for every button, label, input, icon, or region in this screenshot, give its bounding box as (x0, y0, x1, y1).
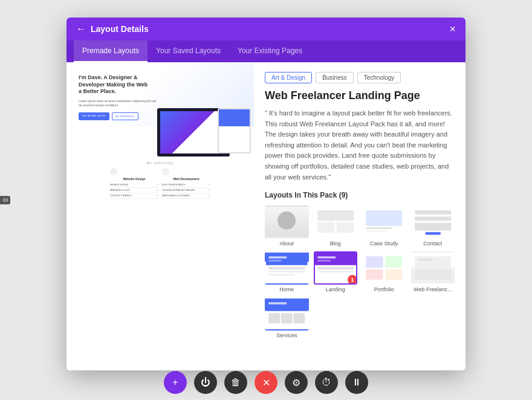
thumb-blog-img (314, 205, 358, 239)
thumb-case-study[interactable]: Case Study (362, 205, 406, 247)
service-row: WEBSITE DESIGN✓ (110, 182, 158, 188)
svg-rect-20 (315, 254, 357, 265)
svg-rect-4 (317, 210, 354, 221)
thumb-web-freelance-label: Web Freelanc... (411, 286, 455, 292)
thumb-about[interactable]: About (265, 205, 309, 247)
hero-cta-button: GET A FREE QUOTE (79, 112, 109, 120)
svg-rect-18 (268, 271, 305, 273)
svg-rect-28 (385, 269, 402, 280)
svg-rect-24 (317, 271, 354, 273)
svg-rect-17 (268, 267, 305, 269)
services-grid: Website Design WEBSITE DESIGN✓ BRANDING … (76, 168, 245, 199)
svg-rect-30 (417, 259, 433, 261)
thumb-services[interactable]: Services (265, 297, 309, 338)
svg-rect-26 (385, 256, 402, 268)
thumb-services-label: Services (265, 332, 309, 338)
tag-technology[interactable]: Technology (357, 72, 401, 83)
service-icon-2 (162, 168, 169, 175)
back-icon[interactable]: ← (76, 24, 86, 34)
power-button[interactable]: ⏻ (194, 371, 217, 394)
svg-rect-35 (268, 313, 280, 323)
svg-rect-27 (366, 269, 383, 280)
service-item-2: Web Development BUILT FROM SCRATCH✓ CHOO… (162, 168, 210, 199)
svg-rect-19 (268, 274, 294, 276)
thumb-case-study-img (362, 205, 406, 239)
service-row: CONTENT STRATEGY✓ (110, 193, 158, 199)
hero-heading: I'm Dave. A Designer & Developer Making … (79, 74, 151, 95)
monitor-screen (160, 111, 227, 153)
service-row: CHOOSE A PREMIUM TEMPLATE✓ (162, 188, 210, 193)
close-toolbar-button[interactable]: ✕ (255, 371, 277, 394)
svg-rect-12 (415, 223, 451, 231)
layout-details-modal: ← Layout Details × Premade Layouts Your … (66, 18, 465, 370)
thumb-home-label: Home (265, 286, 309, 292)
tag-art-design[interactable]: Art & Design (265, 72, 312, 83)
service-list-1: WEBSITE DESIGN✓ BRANDING & LOGO✓ CONTENT… (110, 182, 158, 199)
settings-button[interactable]: ⚙ (285, 371, 308, 394)
service-title-2: Web Development (162, 177, 210, 181)
svg-rect-33 (266, 300, 308, 311)
header-left: ← Layout Details (76, 24, 149, 34)
layout-description: " It's hard to imagine a layout pack bet… (265, 108, 455, 182)
svg-rect-37 (293, 313, 305, 323)
tab-premade-layouts[interactable]: Premade Layouts (74, 40, 148, 62)
svg-rect-7 (366, 210, 402, 226)
side-indicator[interactable]: 0 (0, 196, 10, 204)
service-list-2: BUILT FROM SCRATCH✓ CHOOSE A PREMIUM TEM… (162, 182, 210, 199)
history-button[interactable]: ⏱ (315, 371, 338, 394)
svg-rect-8 (366, 228, 392, 230)
thumb-blog-label: Blog (314, 240, 358, 247)
thumb-home[interactable]: Home (265, 251, 309, 292)
svg-rect-15 (268, 256, 287, 258)
thumb-services-img (265, 297, 309, 331)
thumb-portfolio[interactable]: Portfolio (362, 251, 406, 292)
tablet-device (218, 108, 251, 153)
hero-subtext: Lorem ipsum dolor sit amet consectetur a… (79, 99, 157, 108)
thumb-about-img (265, 205, 309, 239)
svg-rect-32 (415, 269, 451, 280)
page-preview: I'm Dave. A Designer & Developer Making … (66, 62, 254, 370)
service-item-1: Website Design WEBSITE DESIGN✓ BRANDING … (110, 168, 158, 199)
layouts-in-pack-label: Layouts In This Pack (9) (265, 191, 455, 199)
thumb-web-freelance[interactable]: Web Freelanc... (411, 251, 455, 292)
services-section: MY SERVICES Website Design WEBSITE DESIG… (66, 156, 254, 204)
thumb-home-img (265, 251, 309, 285)
thumb-contact-label: Contact (411, 240, 455, 247)
modal-tabs: Premade Layouts Your Saved Layouts Your … (66, 40, 465, 62)
service-row: MAINTENANCE & UPDATES✓ (162, 193, 210, 199)
svg-rect-25 (366, 256, 383, 268)
thumb-case-study-label: Case Study (362, 240, 406, 247)
thumb-landing-label: Landing (314, 286, 358, 292)
thumb-portfolio-label: Portfolio (362, 286, 406, 292)
service-icon-1 (110, 168, 117, 175)
hero-portfolio-button: MY PORTFOLIO (112, 112, 138, 120)
close-icon[interactable]: × (449, 24, 456, 34)
thumb-web-freelance-img (411, 251, 455, 285)
svg-rect-5 (317, 222, 334, 233)
modal-title: Layout Details (91, 24, 149, 34)
tag-business[interactable]: Business (316, 72, 354, 83)
svg-rect-11 (415, 217, 451, 221)
service-title-1: Website Design (110, 177, 158, 181)
svg-rect-31 (417, 262, 427, 263)
preview-panel: I'm Dave. A Designer & Developer Making … (66, 62, 254, 370)
svg-rect-16 (268, 260, 281, 262)
pause-button[interactable]: ⏸ (345, 371, 368, 394)
svg-rect-9 (366, 231, 386, 232)
thumb-contact[interactable]: Contact (411, 205, 455, 247)
thumb-landing[interactable]: 1 Landing (314, 251, 358, 292)
thumb-about-label: About (265, 240, 309, 247)
thumb-portfolio-img (362, 251, 406, 285)
thumbnails-grid: About Blog (265, 205, 455, 338)
layout-title: Web Freelancer Landing Page (265, 89, 455, 102)
svg-point-0 (281, 237, 293, 239)
tab-existing-pages[interactable]: Your Existing Pages (229, 40, 311, 62)
category-tags: Art & Design Business Technology (265, 72, 455, 83)
svg-rect-34 (268, 302, 287, 304)
thumb-blog[interactable]: Blog (314, 205, 358, 247)
thumb-contact-img (411, 205, 455, 239)
delete-button[interactable]: 🗑 (224, 371, 247, 394)
tab-saved-layouts[interactable]: Your Saved Layouts (148, 40, 229, 62)
svg-rect-36 (281, 313, 293, 323)
add-button[interactable]: + (164, 371, 187, 394)
